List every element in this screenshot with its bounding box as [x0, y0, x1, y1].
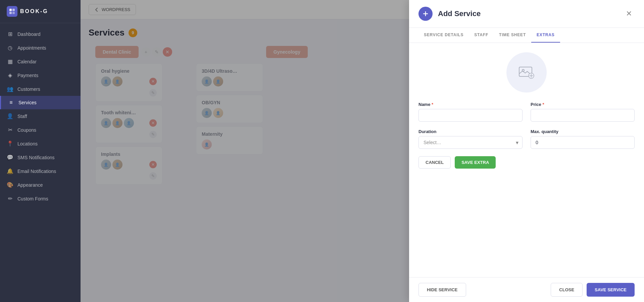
form-actions: CANCEL SAVE EXTRA: [418, 156, 635, 169]
sidebar-item-label: Staff: [17, 114, 27, 119]
upload-image-icon: [517, 63, 536, 82]
modal-footer: HIDE SERVICE CLOSE SAVE SERVICE: [409, 277, 644, 302]
sidebar-item-sms[interactable]: 💬 SMS Notifications: [0, 150, 81, 164]
sidebar-item-appearance[interactable]: 🎨 Appearance: [0, 178, 81, 192]
sidebar-item-custom-forms[interactable]: ✏ Custom Forms: [0, 192, 81, 205]
price-label: Price *: [531, 102, 635, 107]
duration-select[interactable]: Select… 15 min 30 min 45 min 1 hour 1.5 …: [418, 136, 523, 149]
sidebar-item-services[interactable]: ≡ Services: [0, 96, 81, 109]
price-field-group: Price *: [531, 102, 635, 122]
custom-forms-icon: ✏: [7, 195, 13, 202]
name-required: *: [432, 102, 433, 107]
svg-rect-0: [9, 9, 12, 11]
services-icon: ≡: [8, 100, 14, 106]
name-input[interactable]: [418, 109, 523, 122]
hide-service-button[interactable]: HIDE SERVICE: [418, 283, 466, 297]
max-quantity-field-group: Max. quantity: [531, 129, 635, 149]
sidebar-item-calendar[interactable]: ▦ Calendar: [0, 55, 81, 68]
svg-rect-3: [12, 12, 15, 14]
sidebar-logo: BOOK-G: [0, 0, 81, 23]
sidebar-item-label: Customers: [17, 86, 40, 92]
sidebar-item-label: Payments: [17, 73, 38, 78]
locations-icon: 📍: [7, 140, 13, 147]
duration-field-group: Duration Select… 15 min 30 min 45 min 1 …: [418, 129, 523, 149]
footer-right-actions: CLOSE SAVE SERVICE: [551, 283, 635, 297]
duration-label: Duration: [418, 129, 523, 134]
svg-rect-2: [9, 12, 12, 14]
modal-title: Add Service: [438, 9, 618, 18]
sidebar-item-customers[interactable]: 👥 Customers: [0, 82, 81, 96]
sidebar-item-label: Email Notifications: [17, 169, 56, 174]
sidebar-nav: ⊞ Dashboard ◷ Appointments ▦ Calendar ◈ …: [0, 23, 81, 302]
appearance-icon: 🎨: [7, 182, 13, 188]
email-icon: 🔔: [7, 168, 13, 174]
sidebar-item-label: Calendar: [17, 59, 37, 64]
save-extra-button[interactable]: SAVE EXTRA: [455, 156, 496, 169]
sidebar-item-coupons[interactable]: ✂ Coupons: [0, 123, 81, 137]
sidebar-item-label: SMS Notifications: [17, 155, 54, 160]
sidebar-item-staff[interactable]: 👤 Staff: [0, 109, 81, 123]
staff-icon: 👤: [7, 113, 13, 119]
customers-icon: 👥: [7, 86, 13, 92]
modal-header: Add Service ✕: [409, 0, 644, 28]
dashboard-icon: ⊞: [7, 31, 13, 37]
sidebar-item-email[interactable]: 🔔 Email Notifications: [0, 164, 81, 178]
sidebar-item-dashboard[interactable]: ⊞ Dashboard: [0, 27, 81, 41]
duration-maxqty-row: Duration Select… 15 min 30 min 45 min 1 …: [418, 129, 635, 149]
sidebar-item-label: Custom Forms: [17, 196, 48, 201]
save-service-button[interactable]: SAVE SERVICE: [587, 283, 635, 297]
sidebar-item-label: Appointments: [17, 45, 46, 51]
sidebar-item-label: Appearance: [17, 182, 43, 188]
modal-icon: [418, 7, 433, 21]
tab-service-details[interactable]: SERVICE DETAILS: [418, 28, 469, 43]
svg-rect-1: [12, 9, 15, 11]
sidebar: BOOK-G ⊞ Dashboard ◷ Appointments ▦ Cale…: [0, 0, 81, 302]
name-field-group: Name *: [418, 102, 523, 122]
name-price-row: Name * Price *: [418, 102, 635, 122]
sidebar-item-appointments[interactable]: ◷ Appointments: [0, 41, 81, 55]
close-button[interactable]: CLOSE: [551, 283, 583, 297]
name-label: Name *: [418, 102, 523, 107]
cancel-button[interactable]: CANCEL: [418, 156, 451, 169]
image-upload-button[interactable]: [506, 52, 547, 93]
calendar-icon: ▦: [7, 58, 13, 65]
sidebar-item-label: Services: [18, 100, 37, 105]
sms-icon: 💬: [7, 154, 13, 161]
price-input[interactable]: [531, 109, 635, 122]
coupons-icon: ✂: [7, 127, 13, 133]
modal-body: Name * Price * Duration Select…: [409, 43, 644, 277]
sidebar-item-label: Locations: [17, 141, 38, 146]
add-service-modal: Add Service ✕ SERVICE DETAILS STAFF TIME…: [409, 0, 644, 302]
sidebar-item-locations[interactable]: 📍 Locations: [0, 137, 81, 150]
price-required: *: [542, 102, 544, 107]
tab-time-sheet[interactable]: TIME SHEET: [494, 28, 531, 43]
modal-tabs: SERVICE DETAILS STAFF TIME SHEET EXTRAS: [409, 28, 644, 43]
max-quantity-label: Max. quantity: [531, 129, 635, 134]
max-quantity-input[interactable]: [531, 136, 635, 149]
sidebar-item-label: Coupons: [17, 127, 36, 133]
sidebar-item-payments[interactable]: ◈ Payments: [0, 68, 81, 82]
plus-icon: [423, 11, 429, 17]
duration-select-wrapper: Select… 15 min 30 min 45 min 1 hour 1.5 …: [418, 136, 523, 149]
sidebar-item-label: Dashboard: [17, 32, 41, 37]
tab-extras[interactable]: EXTRAS: [531, 28, 560, 43]
logo-text: BOOK-G: [20, 8, 48, 14]
tab-staff[interactable]: STAFF: [469, 28, 494, 43]
logo-icon: [7, 6, 17, 17]
modal-close-button[interactable]: ✕: [623, 8, 635, 19]
image-upload-area: [418, 52, 635, 93]
payments-icon: ◈: [7, 72, 13, 78]
appointments-icon: ◷: [7, 45, 13, 51]
